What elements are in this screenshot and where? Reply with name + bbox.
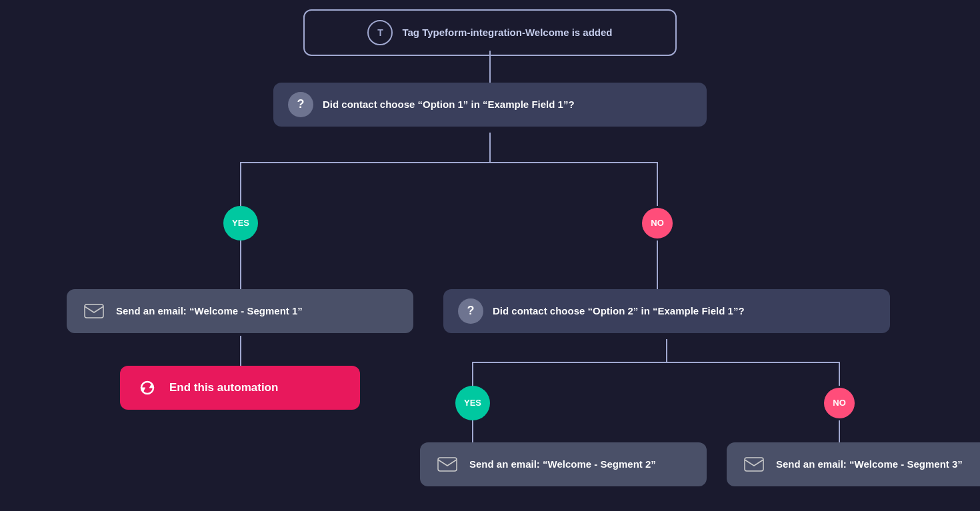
condition-1-label: Did contact choose “Option 1” in “Exampl… — [323, 99, 575, 110]
email-1-label: Send an email: “Welcome - Segment 1” — [116, 305, 303, 316]
condition-2-node[interactable]: ? Did contact choose “Option 2” in “Exam… — [443, 289, 890, 333]
email-3-label: Send an email: “Welcome - Segment 3” — [776, 458, 963, 470]
mail-icon-2 — [435, 452, 460, 477]
yes-badge-1: YES — [223, 206, 258, 241]
no-badge-1: NO — [640, 206, 675, 241]
email-3-node[interactable]: Send an email: “Welcome - Segment 3” — [727, 442, 980, 486]
mail-icon-1 — [81, 298, 107, 324]
trigger-icon: T — [367, 20, 393, 45]
connectors-svg — [57, 3, 923, 509]
automation-canvas: T Tag Typeform-integration-Welcome is ad… — [57, 3, 923, 509]
no-badge-2: NO — [822, 386, 857, 420]
end-node[interactable]: End this automation — [120, 366, 360, 410]
email-2-node[interactable]: Send an email: “Welcome - Segment 2” — [420, 442, 707, 486]
refresh-icon — [135, 375, 160, 400]
condition-1-icon: ? — [288, 92, 313, 117]
yes-badge-2: YES — [455, 386, 490, 420]
condition-1-node[interactable]: ? Did contact choose “Option 1” in “Exam… — [273, 83, 707, 127]
svg-rect-6 — [85, 304, 103, 318]
email-1-node[interactable]: Send an email: “Welcome - Segment 1” — [67, 289, 413, 333]
condition-2-label: Did contact choose “Option 2” in “Exampl… — [493, 305, 745, 316]
svg-rect-8 — [745, 458, 763, 471]
svg-rect-7 — [438, 458, 457, 471]
mail-icon-3 — [741, 452, 767, 477]
trigger-node[interactable]: T Tag Typeform-integration-Welcome is ad… — [303, 9, 677, 56]
email-2-label: Send an email: “Welcome - Segment 2” — [469, 458, 656, 470]
condition-2-icon: ? — [458, 298, 483, 324]
trigger-label: Tag Typeform-integration-Welcome is adde… — [402, 27, 612, 38]
end-label: End this automation — [169, 381, 278, 394]
